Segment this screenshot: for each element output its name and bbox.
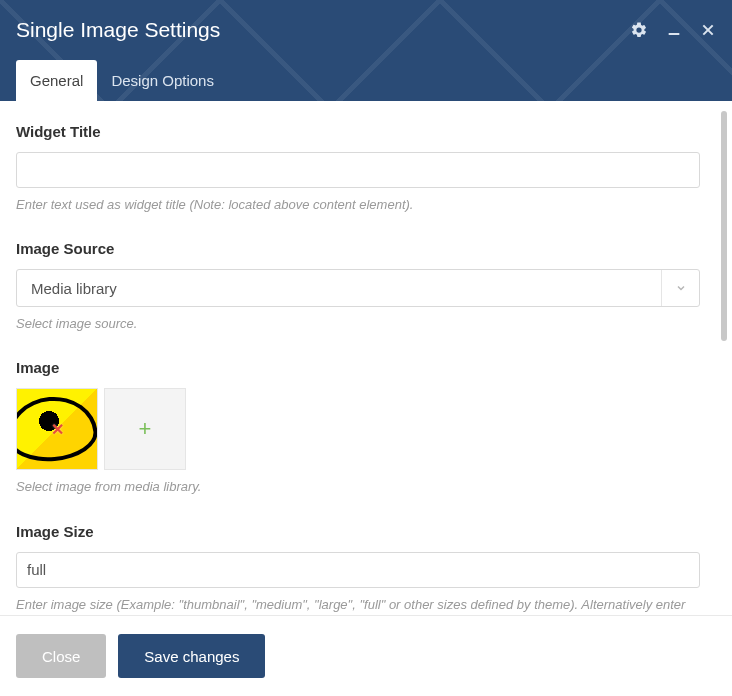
modal-body: Widget Title Enter text used as widget t…	[0, 101, 716, 615]
tab-bar: General Design Options	[0, 60, 732, 101]
image-thumbnail[interactable]: ✕	[16, 388, 98, 470]
minimize-icon[interactable]	[666, 22, 682, 38]
scrollbar[interactable]	[716, 101, 732, 615]
image-size-help: Enter image size (Example: "thumbnail", …	[16, 596, 700, 615]
add-image-button[interactable]: +	[104, 388, 186, 470]
widget-title-help: Enter text used as widget title (Note: l…	[16, 196, 700, 214]
field-image: Image ✕ + Select image from media librar…	[16, 359, 700, 496]
remove-image-icon[interactable]: ✕	[51, 420, 64, 439]
field-image-size: Image Size Enter image size (Example: "t…	[16, 523, 700, 615]
tab-general[interactable]: General	[16, 60, 97, 101]
field-image-source: Image Source Media library Select image …	[16, 240, 700, 333]
image-source-value: Media library	[17, 270, 661, 306]
close-icon[interactable]	[700, 22, 716, 38]
image-source-label: Image Source	[16, 240, 700, 257]
scrollbar-thumb[interactable]	[721, 111, 727, 341]
modal-title: Single Image Settings	[16, 18, 630, 42]
image-thumbs: ✕ +	[16, 388, 700, 470]
modal-footer: Close Save changes	[0, 615, 732, 696]
close-button[interactable]: Close	[16, 634, 106, 678]
field-widget-title: Widget Title Enter text used as widget t…	[16, 123, 700, 214]
widget-title-input[interactable]	[16, 152, 700, 188]
tab-design-options[interactable]: Design Options	[97, 60, 228, 101]
image-size-label: Image Size	[16, 523, 700, 540]
image-size-input[interactable]	[16, 552, 700, 588]
image-source-select[interactable]: Media library	[16, 269, 700, 307]
modal-header: Single Image Settings General Design Opt…	[0, 0, 732, 101]
image-label: Image	[16, 359, 700, 376]
widget-title-label: Widget Title	[16, 123, 700, 140]
chevron-down-icon	[661, 270, 699, 306]
gear-icon[interactable]	[630, 21, 648, 39]
header-controls	[630, 21, 716, 39]
settings-modal: Single Image Settings General Design Opt…	[0, 0, 732, 696]
image-help: Select image from media library.	[16, 478, 700, 496]
save-button[interactable]: Save changes	[118, 634, 265, 678]
plus-icon: +	[139, 416, 152, 442]
image-source-help: Select image source.	[16, 315, 700, 333]
